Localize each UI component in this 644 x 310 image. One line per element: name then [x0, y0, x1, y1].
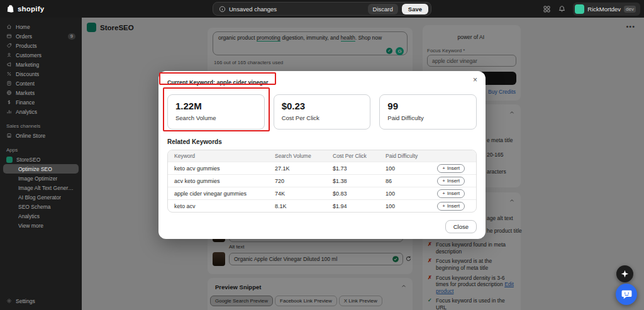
ai-assistant-button[interactable] [616, 265, 633, 282]
user-menu[interactable]: RickMortdev dev [573, 3, 640, 16]
info-icon [219, 6, 226, 13]
insert-keyword-button[interactable]: +Insert [437, 177, 465, 185]
cell-cost-per-click: $0.83 [333, 191, 386, 197]
cell-cost-per-click: $1.94 [333, 203, 386, 209]
sidebar-nav: HomeOrders9ProductsCustomersMarketingDis… [0, 22, 82, 116]
sidebar-item-settings[interactable]: Settings [3, 296, 79, 306]
sidebar-item-ai-blog-generator[interactable]: AI Blog Generator [3, 192, 79, 202]
table-row: apple cider vinegar gummies74K$0.83100+I… [168, 187, 476, 199]
insert-keyword-button[interactable]: +Insert [437, 202, 465, 211]
sidebar-item-discounts[interactable]: Discounts [3, 69, 79, 79]
cell-paid-difficulty: 100 [386, 191, 435, 197]
sidebar-item-analytics[interactable]: Analytics [3, 211, 79, 221]
finance-icon [6, 99, 12, 105]
sidebar-item-marketing[interactable]: Marketing [3, 60, 79, 69]
cell-search-volume: 74K [275, 191, 333, 197]
cell-cost-per-click: $1.73 [333, 165, 386, 172]
plus-icon: + [442, 191, 445, 196]
keyword-details-modal: Current Keyword: apple cider vinegar × 1… [158, 71, 486, 239]
apps-grid-icon[interactable] [543, 5, 551, 13]
chat-bubble-icon [621, 289, 633, 301]
sidebar-item-content[interactable]: Content [3, 79, 79, 88]
cell-cost-per-click: $1.38 [333, 178, 386, 184]
stat-value: 99 [387, 101, 469, 111]
cell-keyword: acv keto gummies [168, 178, 275, 184]
sidebar-item-orders[interactable]: Orders9 [3, 31, 79, 41]
cell-keyword: apple cider vinegar gummies [168, 191, 275, 197]
discounts-icon [6, 71, 12, 77]
stat-label: Cost Per Click [282, 114, 363, 121]
table-row: acv keto gummies720$1.3886+Insert [168, 174, 476, 187]
sidebar-item-finance[interactable]: Finance [3, 97, 79, 107]
column-header-paid-difficulty: Paid Difficulty [386, 153, 435, 159]
stat-value: 1.22M [175, 101, 257, 111]
insert-keyword-button[interactable]: +Insert [437, 189, 465, 198]
sidebar-item-storeseo-app[interactable]: StoreSEO [3, 155, 79, 164]
stat-label: Search Volume [175, 114, 257, 121]
sidebar-item-view-more[interactable]: View more [3, 221, 79, 230]
orders-icon [6, 33, 12, 39]
cell-paid-difficulty: 100 [386, 203, 435, 209]
related-keywords-table: KeywordSearch VolumeCost Per ClickPaid D… [167, 150, 477, 213]
discard-button[interactable]: Discard [368, 4, 398, 14]
sidebar-item-analytics[interactable]: Analytics [3, 107, 79, 116]
sparkle-icon [621, 270, 629, 278]
sidebar-item-markets[interactable]: Markets [3, 88, 79, 97]
sidebar-item-image-optimizer[interactable]: Image Optimizer [3, 174, 79, 183]
sidebar-item-image-alt-text-generator[interactable]: Image Alt Text Generator [3, 183, 79, 192]
cell-keyword: keto acv gummies [168, 165, 275, 172]
contextual-save-bar: Unsaved changes Discard Save [213, 2, 431, 16]
table-row: keto acv8.1K$1.94100+Insert [168, 199, 476, 212]
sales-channels-header: Sales channels [6, 122, 75, 130]
chat-widget-button[interactable] [616, 284, 637, 305]
storeseo-app-icon [6, 157, 13, 163]
orders-count-badge: 9 [68, 33, 75, 40]
avatar [575, 4, 584, 14]
cell-keyword: keto acv [168, 203, 275, 209]
sidebar-item-online-store[interactable]: Online Store [3, 131, 79, 140]
table-row: keto acv gummies27.1K$1.73100+Insert [168, 162, 476, 174]
user-name: RickMortdev [587, 6, 621, 13]
unsaved-changes-message: Unsaved changes [219, 6, 364, 13]
gear-icon [6, 298, 12, 304]
topbar: shopify Unsaved changes Discard Save Ric… [0, 0, 644, 18]
user-dev-badge: dev [624, 6, 636, 13]
stat-card-paid-difficulty: 99Paid Difficulty [379, 94, 477, 130]
sidebar-item-customers[interactable]: Customers [3, 50, 79, 60]
store-icon [6, 133, 12, 138]
table-header-row: KeywordSearch VolumeCost Per ClickPaid D… [168, 150, 476, 162]
sidebar-item-home[interactable]: Home [3, 22, 79, 31]
close-button[interactable]: Close [445, 220, 477, 233]
sidebar-item-products[interactable]: Products [3, 41, 79, 50]
column-header-keyword: Keyword [168, 153, 275, 159]
analytics-icon [6, 109, 12, 114]
related-keywords-heading: Related Keywords [167, 138, 477, 145]
marketing-icon [6, 62, 12, 67]
home-icon [6, 24, 12, 30]
shopify-logo[interactable]: shopify [0, 4, 44, 13]
close-icon[interactable]: × [473, 76, 477, 84]
sidebar: HomeOrders9ProductsCustomersMarketingDis… [0, 18, 82, 310]
plus-icon: + [442, 178, 445, 184]
insert-keyword-button[interactable]: +Insert [437, 164, 465, 173]
sidebar-app-subitems: Optimize SEOImage OptimizerImage Alt Tex… [0, 164, 82, 230]
shopify-bag-icon [6, 4, 15, 13]
stat-label: Paid Difficulty [387, 114, 469, 121]
cell-search-volume: 27.1K [275, 165, 333, 172]
sidebar-item-optimize-seo[interactable]: Optimize SEO [3, 164, 79, 174]
sidebar-item-seo-schema[interactable]: SEO Schema [3, 202, 79, 211]
shopify-admin-screen: StoreSEO ••• organic product promoting d… [0, 0, 644, 310]
products-icon [6, 43, 12, 48]
topbar-right: RickMortdev dev [543, 0, 640, 18]
cell-search-volume: 8.1K [275, 203, 333, 209]
column-header-cost-per-click: Cost Per Click [333, 153, 386, 159]
stat-card-search-volume: 1.22MSearch Volume [167, 94, 265, 130]
cell-paid-difficulty: 86 [386, 178, 435, 184]
save-button[interactable]: Save [402, 4, 428, 14]
keyword-stats-row: 1.22MSearch Volume$0.23Cost Per Click99P… [167, 94, 477, 130]
markets-icon [6, 90, 12, 96]
cell-paid-difficulty: 100 [386, 165, 435, 172]
plus-icon: + [442, 165, 445, 171]
notifications-bell-icon[interactable] [558, 5, 566, 13]
apps-header: Apps [6, 146, 75, 153]
